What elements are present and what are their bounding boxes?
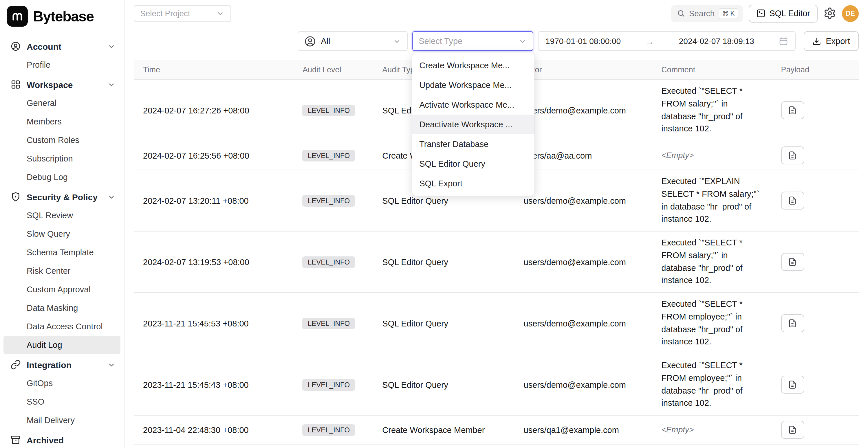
cell-audit-level: LEVEL_INFO (293, 141, 373, 170)
sidebar-item-schema-template[interactable]: Schema Template (0, 243, 124, 262)
section-label: Archived (27, 435, 116, 445)
sidebar-item-mail-delivery[interactable]: Mail Delivery (0, 411, 124, 429)
sidebar-section-account[interactable]: Account (0, 37, 124, 56)
search-shortcut: ⌘ K (719, 8, 738, 19)
cell-payload (772, 79, 859, 141)
workspace-icon (10, 79, 21, 90)
level-badge: LEVEL_INFO (303, 379, 355, 390)
cell-audit-type: Create Workspace Member (373, 415, 514, 444)
type-option[interactable]: SQL Export (412, 174, 534, 193)
type-option[interactable]: Update Workspace Me... (412, 75, 534, 95)
payload-button[interactable] (781, 314, 804, 332)
audit-type-placeholder: Select Type (418, 36, 462, 46)
topbar-right: Search ⌘ K SQL Editor DE (671, 4, 859, 22)
sql-editor-label: SQL Editor (769, 9, 810, 18)
download-icon (812, 37, 821, 45)
cell-actor: users/demo@example.com (515, 231, 652, 293)
audit-type-select[interactable]: Select Type Create Workspace Me... Updat… (412, 31, 533, 51)
section-label: Workspace (27, 79, 101, 89)
payload-button[interactable] (781, 192, 804, 210)
type-option[interactable]: Activate Workspace Me... (412, 95, 534, 115)
cell-actor: users/demo@example.com (515, 354, 652, 415)
avatar[interactable]: DE (842, 5, 859, 22)
project-select[interactable]: Select Project (134, 5, 231, 22)
cell-comment: Executed `"SELECT * FROM employee;"` in … (652, 293, 772, 354)
payload-button[interactable] (781, 101, 804, 119)
table-row: 2024-02-07 13:19:53 +08:00 LEVEL_INFO SQ… (134, 231, 859, 293)
arrow-right-icon: → (645, 36, 654, 46)
sidebar-item-gitops[interactable]: GitOps (0, 374, 124, 392)
col-payload: Payload (772, 60, 859, 79)
sidebar-item-members[interactable]: Members (0, 112, 124, 131)
payload-button[interactable] (781, 147, 804, 164)
gear-icon[interactable] (824, 7, 836, 20)
sidebar-item-debug-log[interactable]: Debug Log (0, 168, 124, 186)
payload-button[interactable] (781, 253, 804, 271)
sidebar-item-audit-log[interactable]: Audit Log (3, 336, 120, 354)
brand-name: Bytebase (33, 8, 94, 25)
level-badge: LEVEL_INFO (303, 150, 355, 161)
search-label: Search (689, 9, 715, 18)
sidebar-section-archived[interactable]: Archived (0, 430, 124, 448)
cell-audit-type: SQL Editor Query (373, 293, 514, 354)
cell-actor: users/demo@example.com (515, 444, 652, 448)
main-area: Select Project Search ⌘ K SQ (124, 0, 868, 448)
cell-time: 2023-11-21 15:45:53 +08:00 (134, 293, 293, 354)
filter-bar: All Select Type Create Workspace Me... U… (134, 31, 859, 51)
brand-logo[interactable]: Bytebase (0, 0, 124, 32)
cell-actor: users/qa1@example.com (515, 415, 652, 444)
level-badge: LEVEL_INFO (303, 424, 355, 436)
payload-button[interactable] (781, 376, 804, 393)
sidebar-item-risk-center[interactable]: Risk Center (0, 262, 124, 280)
date-range-picker[interactable]: 1970-01-01 08:00:00 → 2024-02-07 18:09:1… (538, 31, 796, 51)
sidebar-item-general[interactable]: General (0, 94, 124, 112)
type-option[interactable]: Create Workspace Me... (412, 56, 534, 75)
chevron-down-icon (216, 9, 225, 18)
sidebar-section-workspace[interactable]: Workspace (0, 75, 124, 94)
sidebar-section-integration[interactable]: Integration (0, 355, 124, 374)
sidebar-item-custom-approval[interactable]: Custom Approval (0, 280, 124, 299)
cell-payload (772, 293, 859, 354)
section-label: Security & Policy (27, 192, 101, 202)
sidebar-item-slow-query[interactable]: Slow Query (0, 225, 124, 243)
cell-payload (772, 354, 859, 415)
sidebar-item-data-masking[interactable]: Data Masking (0, 299, 124, 317)
search-input[interactable]: Search ⌘ K (671, 5, 743, 22)
date-to: 2024-02-07 18:09:13 (679, 36, 754, 46)
export-button[interactable]: Export (804, 31, 859, 51)
sidebar-item-sql-review[interactable]: SQL Review (0, 206, 124, 225)
sidebar-section-security-policy[interactable]: Security & Policy (0, 188, 124, 206)
sidebar-item-subscription[interactable]: Subscription (0, 149, 124, 168)
section-label: Integration (27, 360, 101, 370)
cell-time: 2023-11-21 15:45:43 +08:00 (134, 354, 293, 415)
level-badge: LEVEL_INFO (303, 318, 355, 329)
cell-audit-level: LEVEL_INFO (293, 79, 373, 141)
sidebar-item-custom-roles[interactable]: Custom Roles (0, 131, 124, 149)
bytebase-logo-icon (7, 6, 28, 27)
cell-comment: Executed `"EXPLAIN SELECT * FROM salary;… (652, 170, 772, 231)
archive-icon (10, 435, 21, 445)
chevron-down-icon (393, 37, 401, 45)
level-badge: LEVEL_INFO (303, 104, 355, 116)
sql-editor-button[interactable]: SQL Editor (748, 4, 817, 22)
actor-scope-value: All (321, 36, 330, 46)
payload-button[interactable] (781, 421, 804, 439)
cell-actor: users/demo@example.com (515, 293, 652, 354)
sidebar-item-sso[interactable]: SSO (0, 392, 124, 411)
link-icon (10, 359, 21, 370)
type-option-highlighted[interactable]: Deactivate Workspace ... (412, 115, 534, 134)
cell-actor: users/aa@aa.com (515, 141, 652, 170)
sidebar-item-data-access-control[interactable]: Data Access Control (0, 317, 124, 336)
sidebar-item-profile[interactable]: Profile (0, 56, 124, 74)
level-badge: LEVEL_INFO (303, 256, 355, 268)
user-circle-icon (304, 35, 316, 47)
actor-scope-select[interactable]: All (298, 31, 408, 51)
cell-comment: Executed `"SELECT * FROM department;"` i… (652, 444, 772, 448)
cell-comment: <Empty> (652, 415, 772, 444)
type-option[interactable]: SQL Editor Query (412, 154, 534, 174)
cell-payload (772, 444, 859, 448)
date-from: 1970-01-01 08:00:00 (546, 36, 621, 46)
type-option[interactable]: Transfer Database (412, 134, 534, 154)
project-select-placeholder: Select Project (140, 9, 213, 18)
search-icon (677, 9, 685, 18)
